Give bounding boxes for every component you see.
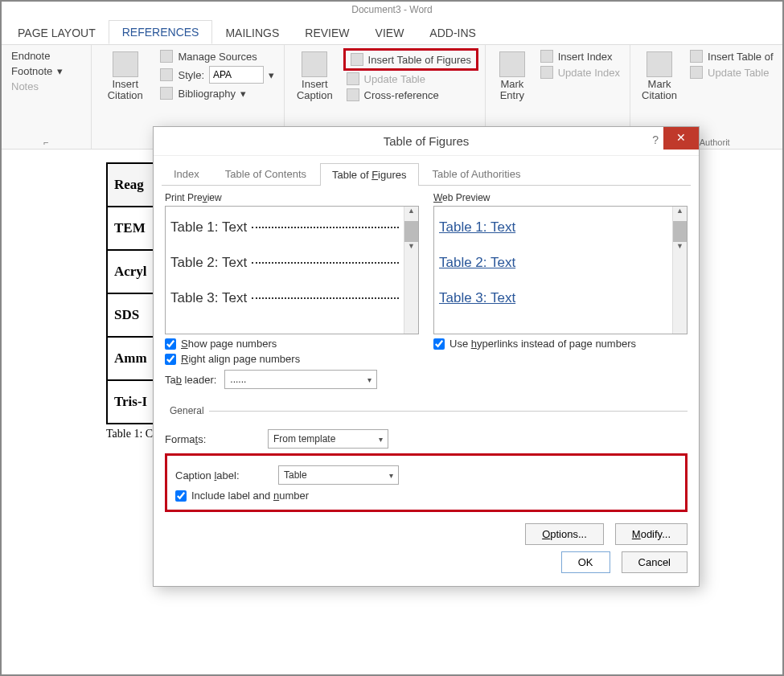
insert-index-button[interactable]: Insert Index	[537, 48, 623, 64]
dialog-tab-toa[interactable]: Table of Authorities	[421, 162, 533, 185]
toa-icon	[690, 50, 703, 63]
caption-label-highlight: Caption label: Table▾ Include label and …	[165, 453, 688, 512]
update-icon	[347, 72, 359, 85]
table-cell[interactable]: Reag	[107, 163, 158, 207]
cross-reference-button[interactable]: Cross-reference	[343, 87, 478, 103]
update-toa-icon	[690, 66, 703, 79]
tab-leader-label: Tab leader:	[165, 374, 216, 386]
modify-button[interactable]: Modify...	[615, 523, 688, 545]
tab-review[interactable]: REVIEW	[292, 22, 362, 44]
caption-label-dropdown[interactable]: Table▾	[278, 465, 399, 485]
manage-sources-button[interactable]: Manage Sources	[157, 48, 277, 64]
insert-table-of-figures-button[interactable]: Insert Table of Figures	[343, 48, 478, 71]
dialog-tab-toc[interactable]: Table of Contents	[213, 162, 318, 185]
insert-caption-button[interactable]: Insert Caption	[291, 48, 339, 105]
citation-style-dropdown[interactable]	[209, 66, 264, 84]
next-footnote-button[interactable]: Footnote ▾	[8, 64, 84, 79]
tab-addins[interactable]: ADD-INS	[417, 22, 489, 44]
window-title: Document3 - Word	[351, 4, 432, 15]
group-label-footnotes: ⌐	[8, 137, 84, 147]
dialog-help-button[interactable]: ?	[652, 133, 659, 146]
tab-references[interactable]: REFERENCES	[109, 20, 213, 44]
table-cell[interactable]: Tris-I	[107, 380, 158, 424]
web-preview-scrollbar[interactable]: ▲▼	[672, 207, 687, 334]
mark-entry-icon	[499, 51, 525, 77]
insert-citation-button[interactable]: Insert Citation	[98, 48, 152, 105]
update-toa-button[interactable]: Update Table	[687, 64, 776, 80]
index-icon	[540, 50, 553, 63]
formats-label: Formats:	[165, 433, 253, 445]
table-cell[interactable]: SDS	[107, 293, 158, 337]
update-index-button[interactable]: Update Index	[537, 64, 623, 80]
citation-style-row: Style: ▾	[157, 64, 277, 85]
general-legend: General	[165, 405, 209, 416]
print-preview-label: Print Preview	[165, 192, 419, 203]
insert-table-of-authorities-button[interactable]: Insert Table of	[687, 48, 776, 64]
bibliography-icon	[160, 87, 173, 100]
tab-leader-dropdown[interactable]: ......▾	[224, 370, 377, 389]
web-preview-label: Web Preview	[433, 192, 688, 203]
include-label-number-checkbox[interactable]: Include label and number	[175, 490, 677, 502]
mark-citation-icon	[646, 51, 672, 77]
bibliography-button[interactable]: Bibliography ▾	[157, 85, 277, 101]
show-page-numbers-checkbox[interactable]: Show page numbers	[165, 338, 419, 350]
mark-entry-button[interactable]: Mark Entry	[492, 48, 532, 105]
crossref-icon	[347, 88, 359, 101]
dialog-tab-tof[interactable]: Table of Figures	[320, 163, 419, 186]
web-preview-box: Table 1: Text Table 2: Text Table 3: Tex…	[433, 206, 688, 334]
print-preview-box: Table 1: Text1 Table 2: Text3 Table 3: T…	[165, 206, 419, 334]
tab-view[interactable]: VIEW	[363, 22, 417, 44]
dialog-tabs: Index Table of Contents Table of Figures…	[162, 162, 691, 186]
caption-icon	[302, 51, 327, 77]
tab-mailings[interactable]: MAILINGS	[212, 22, 292, 44]
tab-page-layout[interactable]: PAGE LAYOUT	[5, 22, 109, 44]
ok-button[interactable]: OK	[561, 551, 610, 573]
use-hyperlinks-checkbox[interactable]: Use hyperlinks instead of page numbers	[433, 338, 688, 350]
ribbon-tabs: PAGE LAYOUT REFERENCES MAILINGS REVIEW V…	[2, 21, 782, 45]
right-align-page-numbers-checkbox[interactable]: Right align page numbers	[165, 353, 419, 365]
dialog-close-button[interactable]: ✕	[663, 127, 699, 150]
options-button[interactable]: Options...	[525, 523, 604, 545]
table-cell[interactable]: Acryl	[107, 250, 158, 293]
style-icon	[160, 68, 173, 81]
dialog-title: Table of Figures	[384, 134, 470, 148]
table-cell[interactable]: Amm	[107, 337, 158, 380]
update-index-icon	[540, 66, 553, 79]
formats-dropdown[interactable]: From template▾	[268, 429, 388, 449]
tof-icon	[351, 53, 363, 66]
sources-icon	[160, 50, 173, 63]
dialog-tab-index[interactable]: Index	[162, 162, 211, 185]
table-of-figures-dialog: Table of Figures ? ✕ Index Table of Cont…	[153, 126, 700, 587]
cancel-button[interactable]: Cancel	[622, 551, 688, 573]
caption-label-label: Caption label:	[175, 469, 264, 481]
mark-citation-button[interactable]: Mark Citation	[637, 48, 682, 105]
show-notes-button[interactable]: Notes	[8, 79, 84, 94]
dialog-titlebar[interactable]: Table of Figures ? ✕	[154, 127, 699, 156]
insert-endnote-button[interactable]: Endnote	[8, 48, 84, 64]
citation-icon	[113, 51, 138, 77]
table-cell[interactable]: TEM	[107, 207, 158, 250]
update-table-button[interactable]: Update Table	[343, 71, 478, 87]
print-preview-scrollbar[interactable]: ▲▼	[404, 207, 418, 334]
application-titlebar: Document3 - Word	[2, 2, 782, 21]
